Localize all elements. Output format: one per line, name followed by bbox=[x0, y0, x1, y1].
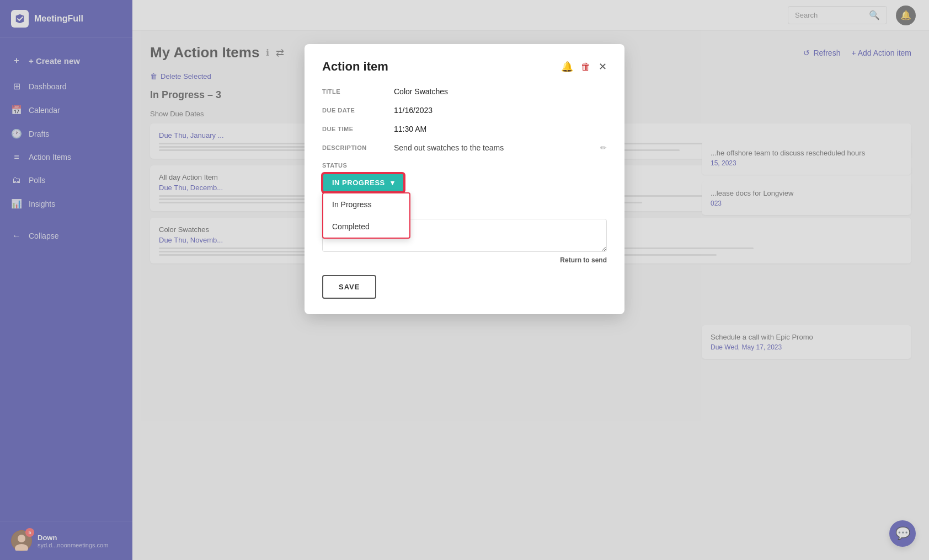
status-option-in-progress[interactable]: In Progress bbox=[323, 193, 409, 216]
modal-close-button[interactable]: ✕ bbox=[599, 61, 607, 73]
due-date-field-row: DUE DATE 11/16/2023 bbox=[322, 106, 607, 115]
due-time-value: 11:30 AM bbox=[394, 125, 607, 133]
description-edit-icon[interactable]: ✏ bbox=[600, 143, 607, 152]
status-current-value: IN PROGRESS bbox=[332, 179, 385, 187]
modal-header: Action item 🔔 🗑 ✕ bbox=[322, 60, 607, 74]
status-dropdown-wrapper: IN PROGRESS ▾ In Progress Completed bbox=[322, 173, 404, 192]
modal-title: Action item bbox=[322, 60, 388, 74]
status-section: STATUS IN PROGRESS ▾ In Progress Complet… bbox=[322, 162, 607, 192]
modal-overlay: Action item 🔔 🗑 ✕ TITLE Color Swatches D… bbox=[0, 0, 929, 560]
status-label: STATUS bbox=[322, 162, 607, 169]
due-time-field-row: DUE TIME 11:30 AM bbox=[322, 125, 607, 133]
status-dropdown-menu: In Progress Completed bbox=[322, 192, 410, 239]
title-value: Color Swatches bbox=[394, 87, 607, 96]
title-label: TITLE bbox=[322, 87, 394, 95]
modal-bell-button[interactable]: 🔔 bbox=[561, 61, 573, 73]
status-option-completed[interactable]: Completed bbox=[323, 216, 409, 238]
action-item-modal: Action item 🔔 🗑 ✕ TITLE Color Swatches D… bbox=[305, 44, 624, 314]
modal-icon-buttons: 🔔 🗑 ✕ bbox=[561, 61, 607, 73]
due-date-value: 11/16/2023 bbox=[394, 106, 607, 115]
arrow-annotation bbox=[305, 55, 316, 99]
status-dropdown-button[interactable]: IN PROGRESS ▾ bbox=[322, 173, 404, 192]
description-label: DESCRIPTION bbox=[322, 143, 394, 151]
return-key-label: Return bbox=[560, 256, 581, 264]
chevron-down-icon: ▾ bbox=[391, 179, 395, 187]
title-field-row: TITLE Color Swatches bbox=[322, 87, 607, 96]
save-button[interactable]: SAVE bbox=[322, 275, 376, 299]
due-date-label: DUE DATE bbox=[322, 106, 394, 114]
description-value: Send out swatches to the teams bbox=[394, 143, 596, 152]
return-hint-text: to send bbox=[583, 256, 607, 264]
return-hint: Return to send bbox=[322, 256, 607, 264]
due-time-label: DUE TIME bbox=[322, 125, 394, 132]
description-field-row: DESCRIPTION Send out swatches to the tea… bbox=[322, 143, 607, 152]
modal-trash-button[interactable]: 🗑 bbox=[581, 61, 591, 73]
